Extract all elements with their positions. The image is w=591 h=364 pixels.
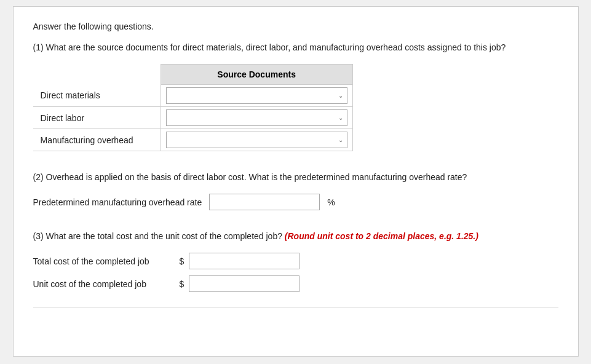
question3-text: (3) What are the total cost and the unit… <box>33 230 558 243</box>
main-card: Answer the following questions. (1) What… <box>13 6 579 357</box>
overhead-rate-input[interactable] <box>209 194 320 210</box>
bottom-divider <box>33 307 558 307</box>
cost-rows: Total cost of the completed job $ Unit c… <box>33 253 558 292</box>
table-empty-header <box>33 65 161 85</box>
question2-text: (2) Overhead is applied on the basis of … <box>33 171 558 184</box>
overhead-rate-row: Predetermined manufacturing overhead rat… <box>33 194 558 210</box>
direct-materials-select[interactable]: Materials requisition slip Time ticket P… <box>167 88 347 103</box>
intro-text: Answer the following questions. <box>33 22 558 31</box>
manufacturing-overhead-label: Manufacturing overhead <box>33 129 161 151</box>
table-column-header: Source Documents <box>161 65 352 85</box>
unit-cost-label: Unit cost of the completed job <box>33 279 175 289</box>
direct-materials-label: Direct materials <box>33 85 161 107</box>
manufacturing-overhead-dropdown-container: Materials requisition slip Time ticket P… <box>166 132 347 148</box>
manufacturing-overhead-select[interactable]: Materials requisition slip Time ticket P… <box>167 132 347 148</box>
question1-section: (1) What are the source documents for di… <box>33 41 558 151</box>
direct-labor-label: Direct labor <box>33 107 161 129</box>
unit-cost-dollar: $ <box>180 279 184 289</box>
unit-cost-row: Unit cost of the completed job $ <box>33 275 558 292</box>
question3-text-main: (3) What are the total cost and the unit… <box>33 231 282 241</box>
total-cost-dollar: $ <box>180 256 184 266</box>
direct-labor-select[interactable]: Materials requisition slip Time ticket P… <box>167 110 347 125</box>
direct-materials-dropdown-container: Materials requisition slip Time ticket P… <box>166 87 347 104</box>
manufacturing-overhead-dropdown-cell: Materials requisition slip Time ticket P… <box>161 129 352 151</box>
direct-labor-dropdown-container: Materials requisition slip Time ticket P… <box>166 109 347 126</box>
overhead-rate-label: Predetermined manufacturing overhead rat… <box>33 197 202 207</box>
table-row: Direct labor Materials requisition slip … <box>33 107 353 129</box>
question3-red-note: (Round unit cost to 2 decimal places, e.… <box>285 231 478 241</box>
total-cost-input[interactable] <box>189 253 299 269</box>
source-documents-table: Source Documents Direct materials Materi… <box>33 64 353 151</box>
unit-cost-input[interactable] <box>189 275 299 292</box>
total-cost-row: Total cost of the completed job $ <box>33 253 558 269</box>
table-row: Manufacturing overhead Materials requisi… <box>33 129 353 151</box>
percent-sign: % <box>327 197 335 207</box>
total-cost-label: Total cost of the completed job <box>33 256 175 266</box>
direct-labor-dropdown-cell: Materials requisition slip Time ticket P… <box>161 107 352 129</box>
direct-materials-dropdown-cell: Materials requisition slip Time ticket P… <box>161 85 352 107</box>
question1-text: (1) What are the source documents for di… <box>33 41 558 54</box>
table-row: Direct materials Materials requisition s… <box>33 85 353 107</box>
question2-section: (2) Overhead is applied on the basis of … <box>33 171 558 210</box>
question3-section: (3) What are the total cost and the unit… <box>33 230 558 292</box>
